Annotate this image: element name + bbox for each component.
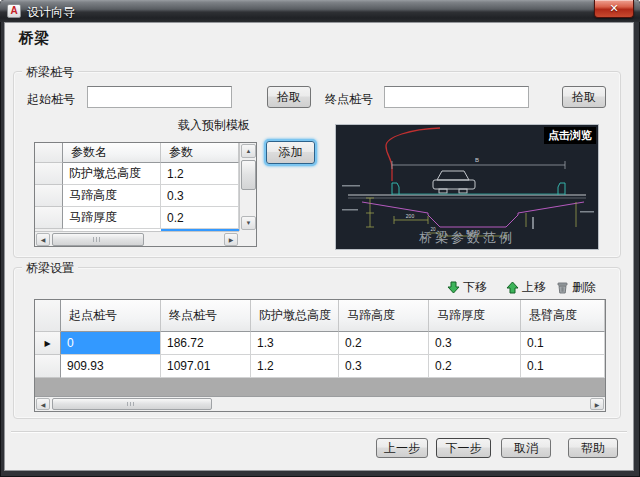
- move-down-label: 下移: [463, 279, 487, 296]
- start-station-label: 起始桩号: [27, 91, 75, 108]
- dim-label-b: B: [475, 157, 479, 163]
- end-station-label: 终点桩号: [325, 91, 373, 108]
- param-table-vscrollbar[interactable]: ▲ ▼: [239, 143, 256, 231]
- grid-filler: [35, 378, 605, 396]
- table-row[interactable]: ▶ 0 186.72 1.3 0.2 0.3 0.1: [35, 332, 605, 355]
- grid-cell[interactable]: 0.1: [521, 355, 605, 378]
- row-header[interactable]: [35, 355, 61, 378]
- add-button[interactable]: 添加: [266, 141, 315, 164]
- grid-cell[interactable]: 1097.01: [161, 355, 251, 378]
- grid-cell-selected[interactable]: 0: [61, 332, 161, 355]
- grid-cell[interactable]: 0.1: [521, 332, 605, 355]
- hscroll-thumb[interactable]: [52, 398, 212, 410]
- preview-caption: 桥梁参数范例: [336, 229, 598, 247]
- grid-cell[interactable]: 0.2: [429, 355, 521, 378]
- param-name-cell[interactable]: 防护墩总高度: [63, 163, 161, 185]
- move-up-label: 上移: [522, 279, 546, 296]
- table-row[interactable]: 909.93 1097.01 1.2 0.3 0.2 0.1: [35, 355, 605, 378]
- table-row[interactable]: 马蹄高度 0.3: [35, 185, 256, 207]
- footer-separator: [11, 431, 627, 433]
- scroll-left-button[interactable]: ◀: [36, 233, 50, 246]
- row-header[interactable]: [35, 163, 63, 185]
- window-title: 设计向导: [27, 4, 75, 21]
- grid-cell[interactable]: 1.3: [251, 332, 339, 355]
- close-button[interactable]: ✕: [594, 0, 634, 18]
- row-header[interactable]: [35, 185, 63, 207]
- grid-cell[interactable]: 909.93: [61, 355, 161, 378]
- scroll-up-button[interactable]: ▲: [241, 144, 256, 158]
- param-value-cell[interactable]: 0.3: [161, 185, 239, 207]
- previous-button[interactable]: 上一步: [376, 438, 428, 458]
- help-button[interactable]: 帮助: [568, 438, 618, 458]
- next-button[interactable]: 下一步: [436, 438, 491, 458]
- param-table-header-row: 参数名 参数: [35, 143, 256, 163]
- grid-cell[interactable]: 0.3: [429, 332, 521, 355]
- page-title: 桥梁: [19, 29, 49, 48]
- grid-cell[interactable]: 1.2: [251, 355, 339, 378]
- settings-hscrollbar[interactable]: ◀ ▶: [35, 396, 605, 411]
- move-up-button[interactable]: 上移: [506, 279, 546, 295]
- cancel-button[interactable]: 取消: [501, 438, 551, 458]
- design-wizard-window: A 设计向导 ✕ 桥梁 桥梁桩号 起始桩号 拾取 终点桩号 拾取 载入预制模板 …: [0, 0, 640, 477]
- scrollbar-corner: [239, 231, 256, 246]
- dim-label-200: 200: [406, 213, 415, 219]
- scroll-right-button[interactable]: ▶: [590, 398, 604, 410]
- settings-header-row: 起点桩号 终点桩号 防护墩总高度 马蹄高度 马蹄厚度 悬臂高度: [35, 300, 605, 332]
- delete-button[interactable]: 删除: [556, 279, 596, 295]
- param-value-cell[interactable]: 0.2: [161, 207, 239, 229]
- settings-corner-cell: [35, 300, 61, 332]
- arrow-down-icon: [447, 281, 460, 294]
- vscroll-thumb[interactable]: [241, 160, 256, 190]
- end-station-input[interactable]: [384, 86, 529, 108]
- table-row[interactable]: 防护墩总高度 1.2: [35, 163, 256, 185]
- move-down-button[interactable]: 下移: [447, 279, 487, 295]
- start-station-input[interactable]: [87, 86, 232, 108]
- param-corner-cell: [35, 143, 63, 163]
- column-header[interactable]: 悬臂高度: [521, 300, 605, 332]
- pick-end-button[interactable]: 拾取: [562, 86, 606, 108]
- param-name-cell[interactable]: 马蹄厚度: [63, 207, 161, 229]
- load-template-label: 载入预制模板: [114, 117, 314, 134]
- param-name-header[interactable]: 参数名: [63, 143, 161, 163]
- param-value-cell[interactable]: 1.2: [161, 163, 239, 185]
- param-value-header[interactable]: 参数: [161, 143, 239, 163]
- pile-group-label: 桥梁桩号: [22, 64, 78, 81]
- grid-cell[interactable]: 186.72: [161, 332, 251, 355]
- settings-table: 起点桩号 终点桩号 防护墩总高度 马蹄高度 马蹄厚度 悬臂高度 ▶ 0 186.…: [34, 299, 606, 412]
- dialog-body: 桥梁 桥梁桩号 起始桩号 拾取 终点桩号 拾取 载入预制模板 参数名 参数 防护…: [4, 22, 634, 471]
- column-header[interactable]: 防护墩总高度: [251, 300, 339, 332]
- bridge-preview[interactable]: B: [335, 124, 599, 250]
- scroll-right-button[interactable]: ▶: [224, 233, 238, 246]
- delete-label: 删除: [572, 279, 596, 296]
- settings-group-label: 桥梁设置: [22, 260, 78, 277]
- pick-start-button[interactable]: 拾取: [267, 86, 311, 108]
- column-header[interactable]: 马蹄厚度: [429, 300, 521, 332]
- scroll-left-button[interactable]: ◀: [36, 398, 50, 410]
- title-bar[interactable]: A 设计向导 ✕: [0, 0, 640, 22]
- trash-icon: [556, 281, 569, 294]
- table-row[interactable]: 马蹄厚度 0.2: [35, 207, 256, 229]
- hscroll-thumb[interactable]: [52, 233, 144, 246]
- pile-number-group: 桥梁桩号 起始桩号 拾取 终点桩号 拾取 载入预制模板 参数名 参数 防护墩总高…: [13, 71, 621, 258]
- click-to-browse-badge: 点击浏览: [544, 127, 596, 144]
- app-icon: A: [7, 4, 21, 18]
- param-table: 参数名 参数 防护墩总高度 1.2 马蹄高度 0.3 马蹄厚度 0.2: [34, 142, 257, 247]
- row-header[interactable]: [35, 207, 63, 229]
- current-row-marker[interactable]: ▶: [35, 332, 61, 355]
- column-header[interactable]: 马蹄高度: [339, 300, 429, 332]
- column-header[interactable]: 起点桩号: [61, 300, 161, 332]
- arrow-up-icon: [506, 281, 519, 294]
- bridge-settings-group: 桥梁设置 下移 上移 删除: [13, 267, 621, 419]
- column-header[interactable]: 终点桩号: [161, 300, 251, 332]
- param-table-hscrollbar[interactable]: ◀ ▶: [35, 231, 239, 246]
- param-name-cell[interactable]: 马蹄高度: [63, 185, 161, 207]
- grid-cell[interactable]: 0.2: [339, 332, 429, 355]
- scroll-down-button[interactable]: ▼: [241, 216, 256, 230]
- grid-cell[interactable]: 0.3: [339, 355, 429, 378]
